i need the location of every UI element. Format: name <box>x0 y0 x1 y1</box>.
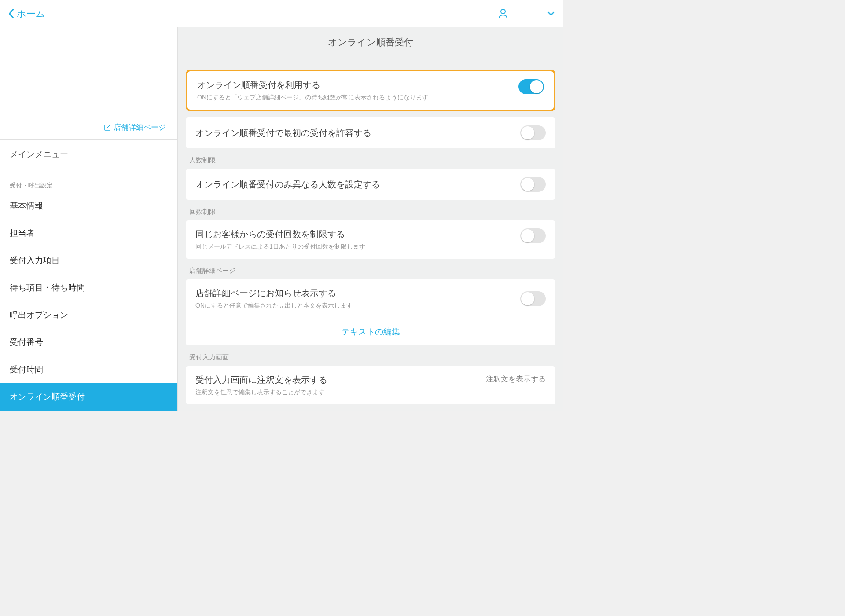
svg-point-0 <box>501 9 505 14</box>
top-header: ホーム <box>0 0 563 27</box>
sidebar-item[interactable]: 基本情報 <box>0 192 177 220</box>
toggle-people-limit[interactable] <box>520 177 546 192</box>
setting-title: 受付入力画面に注釈文を表示する <box>195 374 327 386</box>
setting-value: 注釈文を表示する <box>486 374 546 384</box>
sidebar-item[interactable]: 担当者 <box>0 220 177 247</box>
user-icon[interactable] <box>498 8 508 19</box>
group-store-page: 店舗詳細ページにお知らせ表示する ONにすると任意で編集された見出しと本文を表示… <box>186 279 555 345</box>
section-label-store-page: 店舗詳細ページ <box>186 265 555 279</box>
store-page-link-label: 店舗詳細ページ <box>114 122 166 132</box>
section-label-count-limit: 回数制限 <box>186 206 555 220</box>
external-link-icon <box>104 124 111 131</box>
setting-title: オンライン順番受付のみ異なる人数を設定する <box>195 179 380 191</box>
sidebar-item[interactable]: 受付番号 <box>0 329 177 356</box>
setting-desc: 同じメールアドレスによる1日あたりの受付回数を制限します <box>195 243 365 251</box>
sidebar-item[interactable]: 受付時間 <box>0 356 177 383</box>
setting-title: 店舗詳細ページにお知らせ表示する <box>195 287 353 299</box>
setting-allow-first-online: オンライン順番受付で最初の受付を許容する <box>186 117 555 148</box>
toggle-count-limit[interactable] <box>520 228 546 243</box>
toggle-use-online-queue[interactable] <box>518 79 544 94</box>
section-label-input-screen: 受付入力画面 <box>186 352 555 366</box>
setting-use-online-queue: オンライン順番受付を利用する ONにすると「ウェブ店舗詳細ページ」の待ち組数が常… <box>186 70 555 111</box>
store-page-link[interactable]: 店舗詳細ページ <box>104 122 166 132</box>
sidebar-main-menu[interactable]: メインメニュー <box>0 139 177 169</box>
setting-input-annotation: 受付入力画面に注釈文を表示する 注釈文を任意で編集し表示することができます 注釈… <box>186 366 555 404</box>
chevron-left-icon <box>8 8 14 19</box>
sidebar-item[interactable]: 待ち項目・待ち時間 <box>0 274 177 301</box>
setting-people-limit: オンライン順番受付のみ異なる人数を設定する <box>186 169 555 200</box>
setting-desc: 注釈文を任意で編集し表示することができます <box>195 389 327 396</box>
setting-title: オンライン順番受付を利用する <box>197 79 428 91</box>
setting-title: オンライン順番受付で最初の受付を許容する <box>195 127 371 139</box>
main-panel: オンライン順番受付 オンライン順番受付を利用する ONにすると「ウェブ店舗詳細ペ… <box>178 27 563 411</box>
page-title: オンライン順番受付 <box>178 27 563 56</box>
toggle-store-notice[interactable] <box>520 291 546 306</box>
edit-text-link[interactable]: テキストの編集 <box>186 318 555 345</box>
sidebar: 店舗詳細ページ メインメニュー 受付・呼出設定 基本情報担当者受付入力項目待ち項… <box>0 27 178 411</box>
sidebar-item[interactable]: 受付入力項目 <box>0 247 177 274</box>
sidebar-item[interactable]: 呼出オプション <box>0 301 177 329</box>
back-button[interactable]: ホーム <box>8 7 45 20</box>
sidebar-upper: 店舗詳細ページ <box>0 27 177 139</box>
toggle-allow-first-online[interactable] <box>520 125 546 140</box>
user-area <box>498 8 555 19</box>
sidebar-item[interactable]: オンライン順番受付 <box>0 383 177 411</box>
back-label: ホーム <box>17 7 45 20</box>
setting-title: 同じお客様からの受付回数を制限する <box>195 228 365 240</box>
setting-desc: ONにすると「ウェブ店舗詳細ページ」の待ち組数が常に表示されるようになります <box>197 94 428 102</box>
setting-desc: ONにすると任意で編集された見出しと本文を表示します <box>195 302 353 310</box>
chevron-down-icon[interactable] <box>547 11 555 16</box>
setting-count-limit: 同じお客様からの受付回数を制限する 同じメールアドレスによる1日あたりの受付回数… <box>186 220 555 259</box>
section-label-people-limit: 人数制限 <box>186 154 555 169</box>
setting-store-notice: 店舗詳細ページにお知らせ表示する ONにすると任意で編集された見出しと本文を表示… <box>186 279 555 318</box>
sidebar-section-label: 受付・呼出設定 <box>0 169 177 192</box>
